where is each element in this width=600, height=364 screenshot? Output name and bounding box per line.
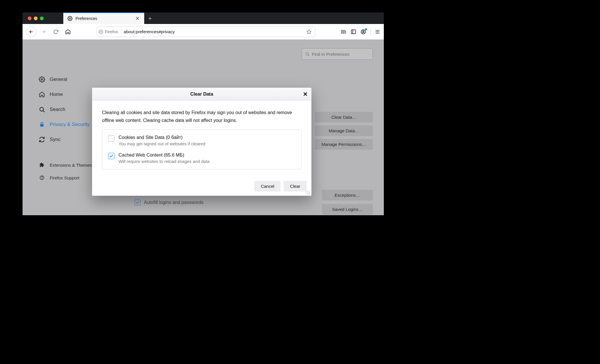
- checkbox-checked-icon[interactable]: [108, 153, 114, 159]
- gear-icon: [67, 16, 73, 21]
- cookies-option[interactable]: Cookies and Site Data (0 байт) You may g…: [108, 135, 295, 146]
- new-tab-button[interactable]: ＋: [144, 12, 156, 24]
- svg-rect-3: [351, 30, 356, 34]
- option-hint: You may get signed out of websites if cl…: [118, 141, 205, 146]
- preferences-content: Find in Preferences General Home Search …: [23, 40, 384, 215]
- back-button[interactable]: [26, 27, 36, 37]
- library-icon[interactable]: [341, 29, 347, 35]
- svg-marker-2: [307, 29, 311, 34]
- dialog-header: Clear Data ✕: [92, 88, 311, 101]
- toolbar: Firefox about:preferences#privacy: [23, 24, 384, 40]
- option-label: Cookies and Site Data (0 байт): [118, 135, 205, 140]
- firefox-icon: [99, 29, 103, 34]
- identity-label: Firefox: [105, 29, 118, 34]
- dialog-description: Clearing all cookies and site data store…: [102, 109, 301, 124]
- clear-data-dialog: Clear Data ✕ Clearing all cookies and si…: [92, 88, 312, 196]
- zoom-window-button[interactable]: [40, 16, 44, 20]
- svg-point-6: [363, 30, 364, 32]
- clear-options: Cookies and Site Data (0 байт) You may g…: [102, 129, 301, 169]
- close-icon[interactable]: ✕: [303, 91, 308, 98]
- close-window-button[interactable]: [28, 16, 32, 20]
- home-button[interactable]: [63, 27, 73, 37]
- identity-box[interactable]: Firefox: [99, 29, 121, 34]
- sidebar-icon[interactable]: [351, 29, 356, 35]
- url-bar[interactable]: Firefox about:preferences#privacy: [97, 27, 315, 37]
- url-text: about:preferences#privacy: [124, 29, 305, 34]
- dialog-title: Clear Data: [190, 92, 213, 97]
- option-hint: Will require websites to reload images a…: [118, 159, 210, 164]
- cancel-button[interactable]: Cancel: [254, 181, 281, 192]
- svg-point-0: [69, 18, 71, 19]
- tab-title: Preferences: [75, 16, 131, 21]
- cache-option[interactable]: Cached Web Content (65.6 МБ) Will requir…: [108, 153, 295, 164]
- resize-grip[interactable]: [306, 191, 310, 195]
- close-icon[interactable]: ✕: [134, 15, 141, 22]
- account-icon[interactable]: [360, 29, 366, 35]
- menu-icon[interactable]: [375, 29, 380, 35]
- reload-button[interactable]: [51, 27, 61, 37]
- checkbox-unchecked-icon[interactable]: [108, 135, 114, 142]
- window-controls: [23, 12, 49, 24]
- minimize-window-button[interactable]: [34, 16, 38, 20]
- clear-button[interactable]: Clear: [284, 181, 307, 192]
- option-label: Cached Web Content (65.6 МБ): [118, 153, 210, 158]
- tab-bar: Preferences ✕ ＋: [23, 12, 384, 24]
- tab-preferences[interactable]: Preferences ✕: [63, 12, 144, 24]
- bookmark-star-icon[interactable]: [305, 29, 313, 34]
- svg-point-1: [99, 30, 103, 34]
- forward-button[interactable]: [39, 27, 49, 37]
- browser-window: Preferences ✕ ＋ Firefox about:preference…: [23, 12, 384, 215]
